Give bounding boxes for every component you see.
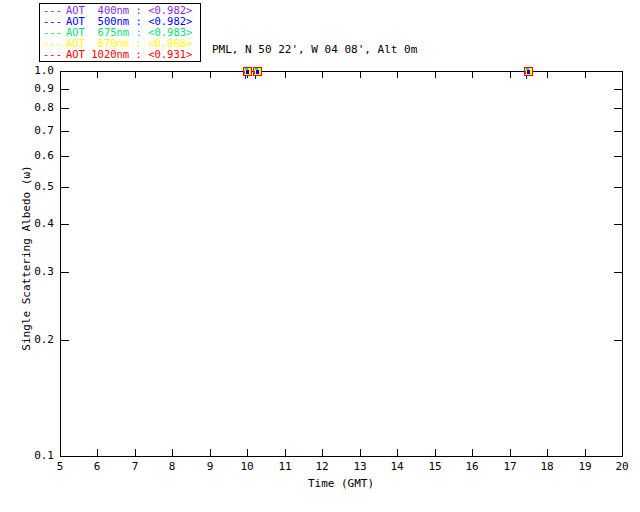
y-axis-tick-right [614, 187, 622, 188]
x-axis-tick-top [285, 72, 286, 78]
x-axis-tick [135, 449, 136, 456]
x-axis-tick [435, 449, 436, 456]
data-point-violet [525, 71, 526, 74]
x-axis-tick-label: 16 [465, 461, 478, 473]
legend-entry-label: AOT 1020nm : <0.931> [66, 49, 192, 60]
y-axis-tick [61, 187, 69, 188]
y-axis-tick [61, 108, 69, 109]
data-point-blue [256, 70, 259, 74]
x-axis-tick-label: 7 [132, 461, 139, 473]
x-axis-tick-label: 6 [94, 461, 101, 473]
y-axis-tick [61, 71, 69, 72]
y-axis-tick-label: 0.1 [26, 450, 54, 462]
y-axis-tick-label: 0.9 [26, 83, 54, 95]
x-axis-tick [472, 449, 473, 456]
x-axis-tick-top [360, 72, 361, 78]
x-axis-tick-label: 5 [57, 461, 64, 473]
data-point-blue [246, 70, 249, 74]
x-axis-tick-top [97, 72, 98, 78]
x-axis-tick [322, 449, 323, 456]
x-axis-tick-top [547, 72, 548, 78]
x-axis-tick-label: 17 [503, 461, 516, 473]
legend-line-sample: --- [43, 49, 62, 60]
x-axis-tick-top [472, 72, 473, 78]
x-axis-tick [285, 449, 286, 456]
x-axis-tick-label: 13 [353, 461, 366, 473]
x-axis-tick-top [135, 72, 136, 78]
x-axis-tick-label: 10 [240, 461, 253, 473]
y-axis-tick [61, 340, 69, 341]
x-axis-tick [360, 449, 361, 456]
chart-frame [60, 71, 623, 457]
y-axis-tick-label: 0.6 [26, 150, 54, 162]
x-axis-tick-label: 12 [315, 461, 328, 473]
x-axis-tick-top [322, 72, 323, 78]
x-axis-tick-top [397, 72, 398, 78]
x-axis-tick [247, 449, 248, 456]
x-axis-tick-label: 19 [578, 461, 591, 473]
x-axis-tick [510, 449, 511, 456]
x-axis-tick-top [510, 72, 511, 78]
x-axis-tick [60, 449, 61, 456]
y-axis-title: Single Scattering Albedo (ω) [20, 165, 33, 350]
y-axis-tick-right [614, 340, 622, 341]
y-axis-tick-right [614, 89, 622, 90]
x-axis-title: Time (GMT) [308, 477, 374, 490]
x-axis-tick [622, 449, 623, 456]
x-axis-tick-top [210, 72, 211, 78]
x-axis-tick-label: 20 [615, 461, 628, 473]
x-axis-tick-label: 18 [540, 461, 553, 473]
y-axis-tick [61, 272, 69, 273]
y-axis-tick-right [614, 71, 622, 72]
x-axis-tick-label: 15 [428, 461, 441, 473]
y-axis-tick-right [614, 131, 622, 132]
data-point-cluster [243, 67, 252, 76]
legend-box: ---AOT 400nm : <0.982>---AOT 500nm : <0.… [39, 3, 201, 62]
x-axis-tick-top [622, 72, 623, 78]
y-axis-tick [61, 89, 69, 90]
x-axis-tick [210, 449, 211, 456]
data-point-violet [254, 71, 255, 74]
y-axis-tick-right [614, 224, 622, 225]
x-axis-tick-top [585, 72, 586, 78]
y-axis-tick-label: 0.7 [26, 125, 54, 137]
data-point-violet [244, 71, 245, 74]
y-axis-tick-right [614, 156, 622, 157]
x-axis-tick [585, 449, 586, 456]
x-axis-tick [172, 449, 173, 456]
plot-page: ---AOT 400nm : <0.982>---AOT 500nm : <0.… [0, 0, 640, 512]
x-axis-tick-top [172, 72, 173, 78]
y-axis-tick-label: 0.8 [26, 102, 54, 114]
x-axis-tick [547, 449, 548, 456]
x-axis-tick-top [60, 72, 61, 78]
x-axis-tick-top [435, 72, 436, 78]
y-axis-tick-right [614, 108, 622, 109]
x-axis-tick-label: 8 [169, 461, 176, 473]
data-point-cluster [524, 67, 533, 76]
y-axis-tick-right [614, 456, 622, 457]
y-axis-tick-label: 1.0 [26, 65, 54, 77]
y-axis-tick [61, 131, 69, 132]
y-axis-tick [61, 224, 69, 225]
legend-entry-1020nm: ---AOT 1020nm : <0.931> [43, 49, 197, 60]
y-axis-tick-right [614, 272, 622, 273]
y-axis-tick [61, 456, 69, 457]
x-axis-tick-label: 9 [207, 461, 214, 473]
x-axis-tick [397, 449, 398, 456]
header-location: PML, N 50 22', W 04 08', Alt 0m [212, 41, 417, 59]
x-axis-tick [97, 449, 98, 456]
x-axis-tick-label: 14 [390, 461, 403, 473]
y-axis-tick [61, 156, 69, 157]
x-axis-tick-label: 11 [278, 461, 291, 473]
data-point-blue [527, 70, 530, 74]
data-point-cluster [253, 67, 262, 76]
